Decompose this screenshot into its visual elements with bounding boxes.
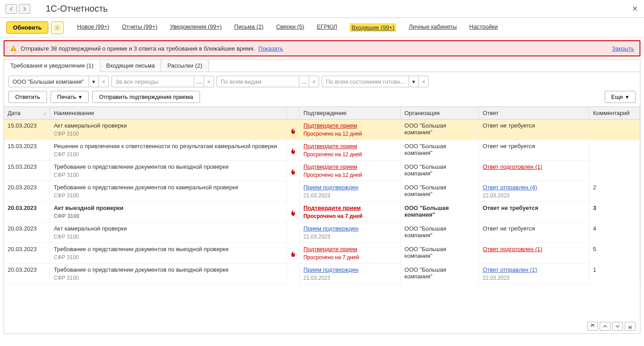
table-row[interactable]: 20.03.2023Требование о представлении док… xyxy=(4,181,640,192)
toolbar-link-7[interactable]: Личные кабинеты xyxy=(409,23,456,32)
alert-banner: Отправьте 38 подтверждений о приеме и 3 … xyxy=(4,40,640,56)
confirmation-link[interactable]: Прием подтвержден xyxy=(303,225,358,232)
state-filter[interactable]: По всем состояниям готовн... xyxy=(322,76,409,87)
table-row[interactable]: 15.03.2023Акт камеральной проверкиПодтве… xyxy=(4,120,640,130)
table-row-sub[interactable]: СФР 3100Просрочено на 12 дней xyxy=(4,130,640,140)
table-row[interactable]: 20.03.2023Требование о представлении док… xyxy=(4,264,640,274)
confirmation-link[interactable]: Подтвердите прием xyxy=(303,163,357,170)
cell-ans-sub: 22.03.2023 xyxy=(479,274,589,284)
cell-date: 20.03.2023 xyxy=(4,222,50,233)
toolbar-link-8[interactable]: Настройки xyxy=(469,23,498,32)
cell-conf-sub: 21.03.2023 xyxy=(299,233,401,243)
type-filter-dropdown[interactable]: … xyxy=(299,76,309,87)
toolbar-link-6[interactable]: Входящие (99+) xyxy=(350,23,396,32)
table-row[interactable]: 20.03.2023Акт камеральной проверкиПрием … xyxy=(4,222,640,233)
reply-button[interactable]: Ответить xyxy=(9,91,47,103)
cell-comment xyxy=(589,161,640,181)
settings-gear-button[interactable] xyxy=(51,21,64,34)
table-row[interactable]: 15.03.2023Решение о привлечении к ответс… xyxy=(4,140,640,151)
col-org-header[interactable]: Организация xyxy=(401,107,479,120)
cell-org: ООО "Большая компания" xyxy=(401,222,479,243)
col-ans-header[interactable]: Ответ xyxy=(479,107,589,120)
period-filter-clear[interactable]: × xyxy=(204,76,214,87)
toolbar-link-4[interactable]: Сверки (5) xyxy=(276,23,304,32)
refresh-button[interactable]: Обновить xyxy=(6,21,48,34)
nav-back-button[interactable] xyxy=(5,4,17,14)
col-name-header[interactable]: Наименование xyxy=(50,107,287,120)
org-filter-clear[interactable]: × xyxy=(99,76,109,87)
send-confirmations-button[interactable]: Отправить подтверждения приема xyxy=(92,91,200,103)
alert-show-link[interactable]: Показать xyxy=(258,45,283,52)
more-button[interactable]: Еще▾ xyxy=(605,91,635,103)
cell-comment: 5 xyxy=(589,243,640,264)
close-button[interactable]: ✕ xyxy=(632,4,638,13)
cell-sub: СФР 3100 xyxy=(50,253,287,264)
toolbar-link-2[interactable]: Уведомления (99+) xyxy=(170,23,222,32)
table-row-sub[interactable]: СФР 3100Просрочено на 7 дней xyxy=(4,253,640,264)
nav-forward-button[interactable] xyxy=(19,4,30,14)
cell-ans: Ответ подготовлен (1) xyxy=(479,243,589,254)
cell-org: ООО "Большая компания" xyxy=(401,140,479,161)
answer-link[interactable]: Ответ подготовлен (1) xyxy=(482,163,542,170)
confirmation-link[interactable]: Прием подтвержден xyxy=(303,266,358,273)
table-row-sub[interactable]: СФР 310021.03.202322.03.2023 xyxy=(4,274,640,284)
table-row[interactable]: 20.03.2023Акт выездной проверкиПодтверди… xyxy=(4,202,640,213)
table-row[interactable]: 15.03.2023Требование о представлении док… xyxy=(4,161,640,171)
cell-overdue xyxy=(287,264,300,284)
toolbar-link-1[interactable]: Отчеты (99+) xyxy=(122,23,157,32)
answer-link[interactable]: Ответ отправлен (1) xyxy=(482,266,537,273)
table-row-sub[interactable]: СФР 3100Просрочено на 12 дней xyxy=(4,171,640,181)
table-row-sub[interactable]: СФР 310021.03.2023 xyxy=(4,233,640,243)
type-filter-clear[interactable]: × xyxy=(309,76,319,87)
answer-link[interactable]: Ответ отправлен (4) xyxy=(482,184,537,191)
period-filter[interactable]: За все периоды xyxy=(111,76,194,87)
toolbar-link-5[interactable]: ЕГРЮЛ xyxy=(317,23,337,32)
cell-conf: Подтвердите прием xyxy=(299,202,401,213)
scroll-up-button[interactable] xyxy=(600,322,610,331)
type-filter[interactable]: По всем видам xyxy=(217,76,299,87)
confirmation-link[interactable]: Подтвердите прием xyxy=(303,205,361,211)
confirmation-link[interactable]: Подтвердите прием xyxy=(303,246,357,252)
scroll-bottom-button[interactable] xyxy=(625,322,635,331)
cell-ans-sub xyxy=(479,171,589,181)
state-filter-clear[interactable]: × xyxy=(419,76,429,87)
confirmation-link[interactable]: Подтвердите прием xyxy=(303,143,357,150)
col-conf-header[interactable]: Подтверждение xyxy=(299,107,401,120)
table-row[interactable]: 20.03.2023Требование о представлении док… xyxy=(4,243,640,254)
scroll-top-button[interactable] xyxy=(587,322,598,331)
answer-link[interactable]: Ответ подготовлен (1) xyxy=(482,246,542,252)
cell-ans-sub xyxy=(479,212,589,222)
svg-point-0 xyxy=(56,26,59,29)
cell-ans-sub xyxy=(479,130,589,140)
period-filter-dropdown[interactable]: … xyxy=(194,76,204,87)
cell-ans-sub xyxy=(479,253,589,264)
toolbar-link-3[interactable]: Письма (2) xyxy=(234,23,264,32)
cell-comment: 1 xyxy=(589,264,640,284)
scroll-down-button[interactable] xyxy=(612,322,623,331)
tab-2[interactable]: Рассылки (2) xyxy=(161,59,209,72)
org-filter-dropdown[interactable]: ▾ xyxy=(89,76,99,87)
col-flame-header[interactable] xyxy=(287,107,300,120)
col-date-header[interactable]: Дата↓ xyxy=(4,107,50,120)
table-row-sub[interactable]: СФР 310021.03.202322.03.2023 xyxy=(4,192,640,202)
cell-org: ООО "Большая компания" xyxy=(401,264,479,284)
cell-name: Требование о представлении документов по… xyxy=(50,181,287,192)
cell-sub: СФР 3100 xyxy=(50,274,287,284)
cell-org: ООО "Большая компания" xyxy=(401,181,479,202)
cell-sub: СФР 3100 xyxy=(50,130,287,140)
tab-1[interactable]: Входящие письма xyxy=(99,59,162,72)
cell-date: 20.03.2023 xyxy=(4,264,50,274)
org-filter[interactable]: ООО "Большая компания" xyxy=(9,76,89,87)
print-button[interactable]: Печать▾ xyxy=(51,91,89,103)
cell-conf: Подтвердите прием xyxy=(299,161,401,171)
state-filter-dropdown[interactable]: ▾ xyxy=(409,76,419,87)
table-row-sub[interactable]: СФР 3100Просрочено на 7 дней xyxy=(4,212,640,222)
toolbar-link-0[interactable]: Новое (99+) xyxy=(77,23,109,32)
table-row-sub[interactable]: СФР 3100Просрочено на 12 дней xyxy=(4,150,640,161)
confirmation-link[interactable]: Подтвердите прием xyxy=(303,122,357,129)
cell-date: 20.03.2023 xyxy=(4,202,50,213)
confirmation-link[interactable]: Прием подтвержден xyxy=(303,184,358,191)
col-com-header[interactable]: Комментарий xyxy=(589,107,640,120)
tab-0[interactable]: Требования и уведомления (1) xyxy=(4,59,100,72)
alert-close-link[interactable]: Закрыть xyxy=(612,45,634,52)
